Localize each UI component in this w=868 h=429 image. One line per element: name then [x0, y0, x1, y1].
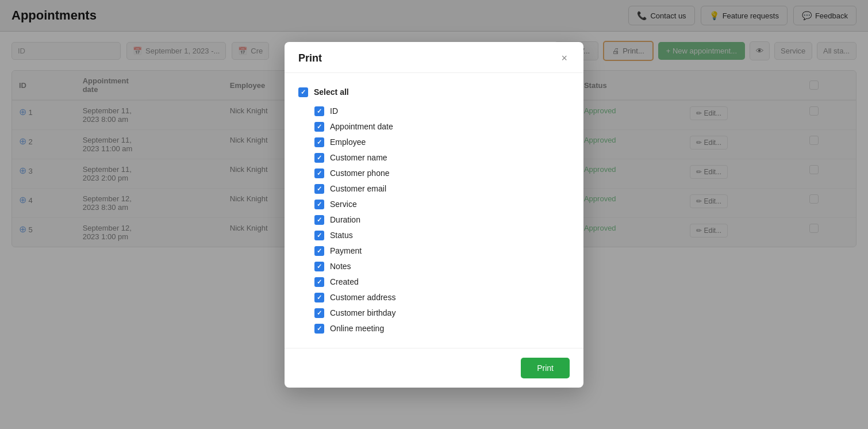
- checkbox-payment[interactable]: [314, 246, 324, 256]
- checkbox-item-created[interactable]: Created: [298, 274, 570, 290]
- select-all-checkbox[interactable]: [298, 87, 308, 97]
- checkbox-employee[interactable]: [314, 137, 324, 147]
- checkbox-created[interactable]: [314, 277, 324, 287]
- checkbox-label-payment: Payment: [330, 246, 362, 255]
- checkbox-label-online-meeting: Online meeting: [330, 324, 384, 333]
- checkbox-customer-email[interactable]: [314, 184, 324, 194]
- checkbox-customer-birthday[interactable]: [314, 308, 324, 318]
- checkbox-label-created: Created: [330, 277, 359, 286]
- checkbox-label-customer-address: Customer address: [330, 293, 395, 302]
- checkbox-item-id[interactable]: ID: [298, 104, 570, 119]
- modal-footer: Print: [285, 348, 583, 388]
- checkbox-item-online-meeting[interactable]: Online meeting: [298, 321, 570, 336]
- checkbox-appointment-date[interactable]: [314, 122, 324, 132]
- checkbox-item-customer-email[interactable]: Customer email: [298, 181, 570, 197]
- modal-title: Print: [298, 52, 322, 64]
- modal-close-button[interactable]: ×: [559, 53, 570, 63]
- checkbox-label-employee: Employee: [330, 137, 366, 147]
- select-all-label: Select all: [314, 87, 349, 97]
- checkbox-item-notes[interactable]: Notes: [298, 259, 570, 274]
- checkbox-label-notes: Notes: [330, 262, 351, 271]
- modal-body: Select all ID Appointment date Employee: [285, 73, 583, 348]
- modal-overlay[interactable]: Print × Select all ID Appointment date: [0, 0, 868, 429]
- checkbox-item-customer-phone[interactable]: Customer phone: [298, 166, 570, 181]
- checkbox-label-service: Service: [330, 200, 357, 209]
- modal-header: Print ×: [285, 42, 583, 73]
- checkbox-notes[interactable]: [314, 262, 324, 271]
- checkbox-label-customer-name: Customer name: [330, 153, 387, 162]
- checkbox-item-appointment-date[interactable]: Appointment date: [298, 119, 570, 135]
- checkbox-item-customer-address[interactable]: Customer address: [298, 290, 570, 305]
- checkbox-service[interactable]: [314, 200, 324, 209]
- checkbox-online-meeting[interactable]: [314, 324, 324, 334]
- checkbox-label-customer-email: Customer email: [330, 184, 386, 193]
- checkbox-item-service[interactable]: Service: [298, 197, 570, 212]
- checkbox-item-duration[interactable]: Duration: [298, 212, 570, 228]
- checkbox-label-status: Status: [330, 231, 353, 240]
- checkbox-customer-phone[interactable]: [314, 168, 324, 178]
- checkbox-label-customer-phone: Customer phone: [330, 168, 390, 178]
- checkbox-item-customer-birthday[interactable]: Customer birthday: [298, 305, 570, 321]
- checkbox-label-customer-birthday: Customer birthday: [330, 308, 395, 317]
- print-modal: Print × Select all ID Appointment date: [285, 42, 583, 388]
- select-all-checkbox-item[interactable]: Select all: [298, 85, 570, 100]
- checkbox-item-customer-name[interactable]: Customer name: [298, 150, 570, 166]
- checkbox-item-status[interactable]: Status: [298, 228, 570, 243]
- modal-print-button[interactable]: Print: [521, 358, 570, 378]
- checkbox-label-appointment-date: Appointment date: [330, 122, 393, 131]
- checkbox-label-id: ID: [330, 106, 338, 116]
- checkbox-label-duration: Duration: [330, 215, 360, 224]
- checkbox-id[interactable]: [314, 106, 324, 116]
- checkbox-item-payment[interactable]: Payment: [298, 243, 570, 259]
- checkbox-customer-address[interactable]: [314, 293, 324, 302]
- checkbox-item-employee[interactable]: Employee: [298, 135, 570, 150]
- checkbox-status[interactable]: [314, 231, 324, 240]
- checkbox-customer-name[interactable]: [314, 153, 324, 163]
- checkbox-duration[interactable]: [314, 215, 324, 225]
